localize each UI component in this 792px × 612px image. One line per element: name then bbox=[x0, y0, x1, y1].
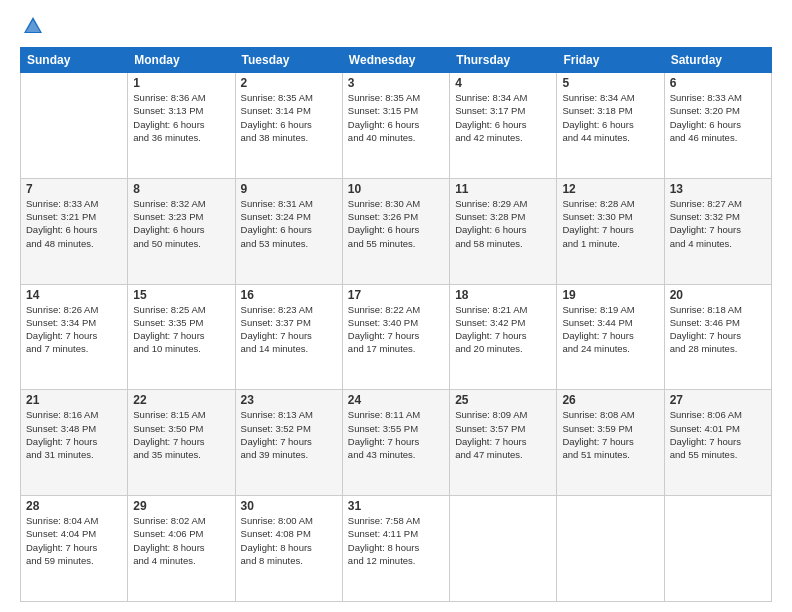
day-info-line: and 10 minutes. bbox=[133, 343, 201, 354]
day-info-line: and 12 minutes. bbox=[348, 555, 416, 566]
day-info-line: Sunset: 3:35 PM bbox=[133, 317, 203, 328]
day-info-line: and 14 minutes. bbox=[241, 343, 309, 354]
day-info-line: and 24 minutes. bbox=[562, 343, 630, 354]
day-info: Sunrise: 8:31 AMSunset: 3:24 PMDaylight:… bbox=[241, 197, 337, 250]
day-number: 24 bbox=[348, 393, 444, 407]
day-info-line: Sunset: 3:15 PM bbox=[348, 105, 418, 116]
day-cell: 19Sunrise: 8:19 AMSunset: 3:44 PMDayligh… bbox=[557, 284, 664, 390]
day-info-line: and 7 minutes. bbox=[26, 343, 88, 354]
day-info-line: and 53 minutes. bbox=[241, 238, 309, 249]
day-info-line: Sunrise: 8:11 AM bbox=[348, 409, 420, 420]
day-info-line: Sunset: 4:08 PM bbox=[241, 528, 311, 539]
day-info: Sunrise: 8:11 AMSunset: 3:55 PMDaylight:… bbox=[348, 408, 444, 461]
day-info-line: Daylight: 6 hours bbox=[133, 119, 204, 130]
day-info-line: Sunrise: 8:09 AM bbox=[455, 409, 527, 420]
day-info-line: and 44 minutes. bbox=[562, 132, 630, 143]
day-info: Sunrise: 8:06 AMSunset: 4:01 PMDaylight:… bbox=[670, 408, 766, 461]
day-info-line: and 8 minutes. bbox=[241, 555, 303, 566]
day-number: 18 bbox=[455, 288, 551, 302]
day-info-line: and 36 minutes. bbox=[133, 132, 201, 143]
day-info: Sunrise: 8:28 AMSunset: 3:30 PMDaylight:… bbox=[562, 197, 658, 250]
day-info-line: Daylight: 6 hours bbox=[26, 224, 97, 235]
day-info-line: Sunrise: 8:32 AM bbox=[133, 198, 205, 209]
day-number: 19 bbox=[562, 288, 658, 302]
day-info: Sunrise: 8:26 AMSunset: 3:34 PMDaylight:… bbox=[26, 303, 122, 356]
day-info-line: Sunset: 4:01 PM bbox=[670, 423, 740, 434]
weekday-header-sunday: Sunday bbox=[21, 48, 128, 73]
day-info-line: Daylight: 7 hours bbox=[455, 330, 526, 341]
day-cell: 9Sunrise: 8:31 AMSunset: 3:24 PMDaylight… bbox=[235, 178, 342, 284]
day-info-line: Sunrise: 8:34 AM bbox=[562, 92, 634, 103]
day-info-line: Daylight: 6 hours bbox=[133, 224, 204, 235]
day-cell bbox=[557, 496, 664, 602]
day-info: Sunrise: 8:18 AMSunset: 3:46 PMDaylight:… bbox=[670, 303, 766, 356]
calendar-table: SundayMondayTuesdayWednesdayThursdayFrid… bbox=[20, 47, 772, 602]
day-info-line: Sunrise: 8:15 AM bbox=[133, 409, 205, 420]
day-info-line: Daylight: 7 hours bbox=[670, 436, 741, 447]
day-info-line: Sunrise: 8:13 AM bbox=[241, 409, 313, 420]
day-number: 20 bbox=[670, 288, 766, 302]
day-number: 28 bbox=[26, 499, 122, 513]
day-number: 30 bbox=[241, 499, 337, 513]
day-info-line: Sunrise: 8:08 AM bbox=[562, 409, 634, 420]
weekday-header-tuesday: Tuesday bbox=[235, 48, 342, 73]
day-info: Sunrise: 8:33 AMSunset: 3:21 PMDaylight:… bbox=[26, 197, 122, 250]
day-info-line: and 51 minutes. bbox=[562, 449, 630, 460]
weekday-header-saturday: Saturday bbox=[664, 48, 771, 73]
day-info-line: Sunset: 4:11 PM bbox=[348, 528, 418, 539]
day-number: 2 bbox=[241, 76, 337, 90]
day-info-line: Daylight: 7 hours bbox=[348, 436, 419, 447]
day-cell: 6Sunrise: 8:33 AMSunset: 3:20 PMDaylight… bbox=[664, 73, 771, 179]
day-cell: 14Sunrise: 8:26 AMSunset: 3:34 PMDayligh… bbox=[21, 284, 128, 390]
day-number: 25 bbox=[455, 393, 551, 407]
day-info: Sunrise: 8:23 AMSunset: 3:37 PMDaylight:… bbox=[241, 303, 337, 356]
day-cell: 7Sunrise: 8:33 AMSunset: 3:21 PMDaylight… bbox=[21, 178, 128, 284]
day-info: Sunrise: 8:36 AMSunset: 3:13 PMDaylight:… bbox=[133, 91, 229, 144]
day-info-line: Sunset: 3:14 PM bbox=[241, 105, 311, 116]
day-cell: 10Sunrise: 8:30 AMSunset: 3:26 PMDayligh… bbox=[342, 178, 449, 284]
day-info-line: Sunrise: 8:35 AM bbox=[241, 92, 313, 103]
day-info-line: Sunrise: 8:36 AM bbox=[133, 92, 205, 103]
day-cell: 23Sunrise: 8:13 AMSunset: 3:52 PMDayligh… bbox=[235, 390, 342, 496]
day-info-line: Daylight: 8 hours bbox=[241, 542, 312, 553]
day-info-line: Daylight: 6 hours bbox=[562, 119, 633, 130]
day-info-line: Sunrise: 8:28 AM bbox=[562, 198, 634, 209]
day-info-line: Daylight: 6 hours bbox=[455, 119, 526, 130]
day-number: 22 bbox=[133, 393, 229, 407]
day-info: Sunrise: 8:32 AMSunset: 3:23 PMDaylight:… bbox=[133, 197, 229, 250]
day-info: Sunrise: 8:35 AMSunset: 3:14 PMDaylight:… bbox=[241, 91, 337, 144]
week-row-2: 7Sunrise: 8:33 AMSunset: 3:21 PMDaylight… bbox=[21, 178, 772, 284]
day-cell: 26Sunrise: 8:08 AMSunset: 3:59 PMDayligh… bbox=[557, 390, 664, 496]
day-info-line: Daylight: 7 hours bbox=[26, 330, 97, 341]
logo-icon bbox=[22, 15, 44, 37]
day-info-line: Sunrise: 8:35 AM bbox=[348, 92, 420, 103]
day-info: Sunrise: 7:58 AMSunset: 4:11 PMDaylight:… bbox=[348, 514, 444, 567]
day-cell: 4Sunrise: 8:34 AMSunset: 3:17 PMDaylight… bbox=[450, 73, 557, 179]
day-info: Sunrise: 8:29 AMSunset: 3:28 PMDaylight:… bbox=[455, 197, 551, 250]
calendar-page: SundayMondayTuesdayWednesdayThursdayFrid… bbox=[0, 0, 792, 612]
day-info-line: Daylight: 7 hours bbox=[670, 224, 741, 235]
day-info-line: and 43 minutes. bbox=[348, 449, 416, 460]
day-number: 3 bbox=[348, 76, 444, 90]
day-info: Sunrise: 8:13 AMSunset: 3:52 PMDaylight:… bbox=[241, 408, 337, 461]
day-info: Sunrise: 8:21 AMSunset: 3:42 PMDaylight:… bbox=[455, 303, 551, 356]
day-info-line: Sunrise: 8:18 AM bbox=[670, 304, 742, 315]
day-info-line: Sunrise: 8:19 AM bbox=[562, 304, 634, 315]
day-info-line: Daylight: 7 hours bbox=[562, 330, 633, 341]
day-info-line: and 59 minutes. bbox=[26, 555, 94, 566]
day-cell bbox=[664, 496, 771, 602]
day-info-line: Sunset: 3:34 PM bbox=[26, 317, 96, 328]
day-info-line: and 46 minutes. bbox=[670, 132, 738, 143]
day-info-line: Sunrise: 8:33 AM bbox=[26, 198, 98, 209]
day-info-line: Sunrise: 8:22 AM bbox=[348, 304, 420, 315]
day-info: Sunrise: 8:08 AMSunset: 3:59 PMDaylight:… bbox=[562, 408, 658, 461]
day-info: Sunrise: 8:34 AMSunset: 3:18 PMDaylight:… bbox=[562, 91, 658, 144]
day-info-line: Daylight: 6 hours bbox=[670, 119, 741, 130]
day-info-line: Daylight: 7 hours bbox=[562, 224, 633, 235]
day-cell: 24Sunrise: 8:11 AMSunset: 3:55 PMDayligh… bbox=[342, 390, 449, 496]
day-info-line: and 39 minutes. bbox=[241, 449, 309, 460]
day-info: Sunrise: 8:27 AMSunset: 3:32 PMDaylight:… bbox=[670, 197, 766, 250]
day-number: 16 bbox=[241, 288, 337, 302]
day-info-line: Sunset: 3:28 PM bbox=[455, 211, 525, 222]
day-info-line: Sunrise: 8:29 AM bbox=[455, 198, 527, 209]
